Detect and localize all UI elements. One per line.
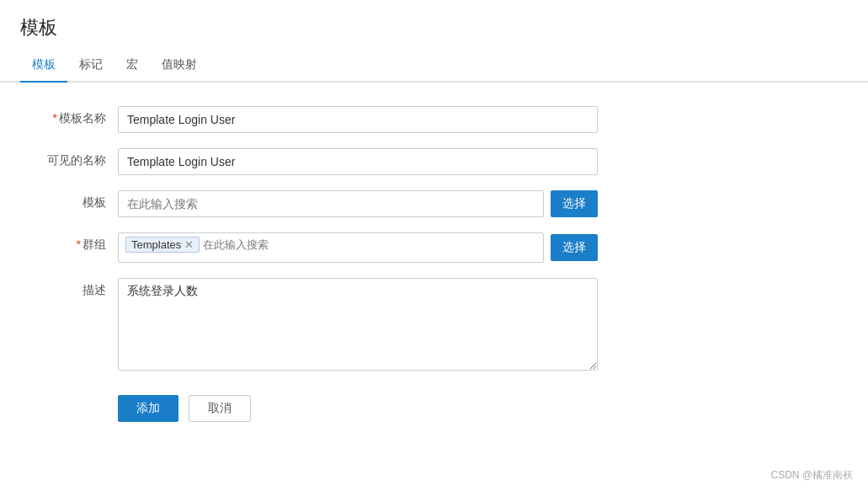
tab-valuemapping[interactable]: 值映射 — [150, 51, 209, 83]
group-select-button[interactable]: 选择 — [551, 234, 598, 261]
template-field-label: 模板 — [34, 190, 118, 211]
group-row: *群组 Templates ✕ 选择 — [0, 232, 868, 263]
template-field-control: 选择 — [118, 190, 598, 217]
tag-input-inner: Templates ✕ — [125, 237, 536, 253]
group-search-input[interactable] — [203, 237, 287, 253]
group-label: *群组 — [34, 232, 118, 253]
button-row: 添加 取消 — [0, 388, 868, 422]
page-title: 模板 — [20, 15, 848, 40]
template-name-row: *模板名称 — [0, 106, 868, 133]
tab-tags[interactable]: 标记 — [67, 51, 114, 83]
template-name-label: *模板名称 — [34, 106, 118, 126]
group-tag-input[interactable]: Templates ✕ — [118, 232, 544, 263]
template-name-control — [118, 106, 598, 133]
cancel-button[interactable]: 取消 — [189, 395, 251, 422]
page-wrapper: 模板 模板 标记 宏 值映射 *模板名称 可见的名称 模板 — [0, 0, 868, 491]
tab-bar: 模板 标记 宏 值映射 — [0, 51, 868, 83]
visible-name-label: 可见的名称 — [34, 148, 118, 168]
description-textarea[interactable]: 系统登录人数 — [118, 278, 598, 371]
tag-close-icon[interactable]: ✕ — [184, 239, 194, 250]
visible-name-input[interactable] — [118, 148, 598, 175]
description-row: 描述 系统登录人数 — [0, 278, 868, 373]
tag-label: Templates — [131, 238, 181, 251]
form-area: *模板名称 可见的名称 模板 选择 *群组 — [0, 83, 868, 446]
page-footer: CSDN @橘准南袄 — [770, 468, 853, 483]
group-field-control: Templates ✕ 选择 — [118, 232, 598, 263]
add-button[interactable]: 添加 — [118, 395, 178, 422]
visible-name-row: 可见的名称 — [0, 148, 868, 175]
tab-templates[interactable]: 模板 — [20, 51, 67, 83]
template-row: 模板 选择 — [0, 190, 868, 217]
description-label: 描述 — [34, 278, 118, 298]
group-required-star: * — [77, 237, 81, 251]
page-header: 模板 — [0, 0, 868, 51]
template-name-input[interactable] — [118, 106, 598, 133]
description-control: 系统登录人数 — [118, 278, 598, 373]
group-tag: Templates ✕ — [125, 237, 200, 253]
template-select-button[interactable]: 选择 — [551, 190, 598, 217]
visible-name-control — [118, 148, 598, 175]
required-star: * — [53, 111, 57, 125]
tab-macros[interactable]: 宏 — [114, 51, 150, 83]
template-search-input[interactable] — [118, 190, 544, 217]
